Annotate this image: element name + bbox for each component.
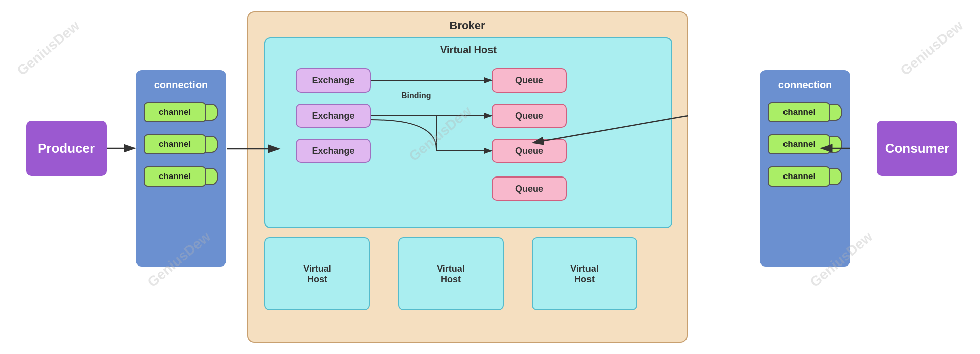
queue-2: Queue	[492, 104, 567, 128]
channel-pill-left-2: channel	[144, 134, 206, 154]
producer-box: Producer	[26, 121, 107, 176]
watermark-1: GeniusDew	[14, 18, 83, 79]
queue-1: Queue	[492, 68, 567, 93]
connection-left: connection channel channel channel	[136, 70, 226, 267]
channel-pill-right-1: channel	[768, 102, 830, 122]
broker-outer: Broker Virtual Host Exchange Exchange Ex…	[247, 11, 688, 343]
exchange-3: Exchange	[296, 139, 371, 163]
exchange-1: Exchange	[296, 68, 371, 93]
channel-pill-right-3: channel	[768, 166, 830, 187]
channel-pill-left-1: channel	[144, 102, 206, 122]
channel-cylinder-right-1	[829, 104, 842, 121]
channel-right-1: channel	[768, 102, 842, 122]
channel-pill-right-2: channel	[768, 134, 830, 154]
channel-right-3: channel	[768, 166, 842, 187]
channel-pill-left-3: channel	[144, 166, 206, 187]
channel-cylinder-left-3	[205, 168, 218, 185]
channel-cylinder-left-1	[205, 104, 218, 121]
exchange-2: Exchange	[296, 104, 371, 128]
channel-cylinder-right-3	[829, 168, 842, 185]
connection-right: connection channel channel channel	[760, 70, 850, 267]
vhost-small-2: VirtualHost	[398, 237, 504, 310]
channel-cylinder-right-2	[829, 136, 842, 153]
vhost-small-1: VirtualHost	[264, 237, 370, 310]
channel-left-1: channel	[144, 102, 218, 122]
queue-3: Queue	[492, 139, 567, 163]
connection-left-label: connection	[154, 79, 208, 91]
channel-left-2: channel	[144, 134, 218, 154]
consumer-box: Consumer	[877, 121, 957, 176]
diagram-container: GeniusDew GeniusDew GeniusDew GeniusDew …	[0, 0, 980, 354]
producer-label: Producer	[38, 141, 95, 156]
vhost-arrows-svg	[265, 38, 673, 229]
connection-right-label: connection	[778, 79, 832, 91]
binding-label: Binding	[401, 91, 431, 100]
channel-left-3: channel	[144, 166, 218, 187]
vhost-main-title: Virtual Host	[265, 44, 671, 56]
consumer-label: Consumer	[885, 141, 950, 156]
queue-4: Queue	[492, 176, 567, 201]
vhost-main: Virtual Host Exchange Exchange Exchange …	[264, 37, 672, 228]
broker-title: Broker	[248, 19, 687, 32]
vhost-small-3: VirtualHost	[532, 237, 637, 310]
channel-cylinder-left-2	[205, 136, 218, 153]
watermark-5: GeniusDew	[897, 18, 966, 79]
channel-right-2: channel	[768, 134, 842, 154]
